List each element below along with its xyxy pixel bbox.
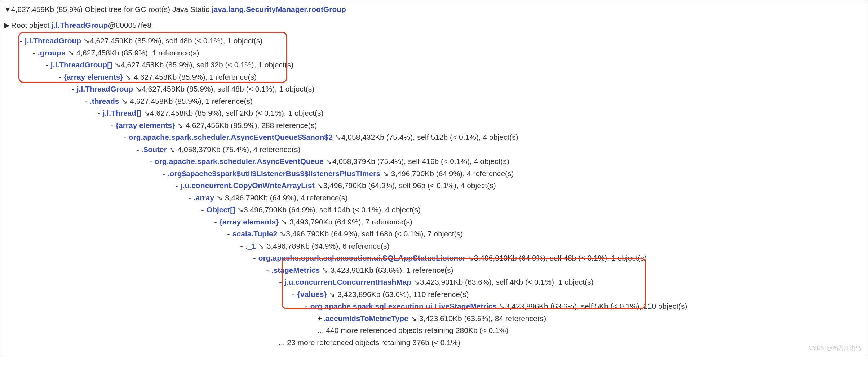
tree-row: - {array elements} ↘ 4,627,456Kb (85.9%)…: [4, 119, 864, 132]
field-link[interactable]: .array: [194, 193, 214, 202]
tree-row: - j.l.ThreadGroup ↘4,627,459Kb (85.9%), …: [4, 35, 864, 47]
tree-row: - scala.Tuple2 ↘3,496,790Kb (64.9%), sel…: [4, 228, 864, 240]
more-text: ... 23 more referenced objects retaining…: [279, 338, 460, 347]
root-object-link[interactable]: j.l.ThreadGroup: [52, 21, 108, 29]
class-link[interactable]: org.apache.spark.sql.execution.ui.SQLApp…: [258, 254, 465, 262]
tree-bullet: -: [162, 168, 165, 179]
stats-text: ↘4,627,458Kb (85.9%), self 2Kb (< 0.1%),…: [141, 109, 323, 117]
root-object-addr: @600057fe8: [108, 21, 151, 29]
watermark-text: CSDN @鸿乃江边鸟: [809, 344, 861, 352]
class-link[interactable]: org.apache.spark.scheduler.AsyncEventQue…: [129, 133, 333, 141]
stats-text: ↘ 3,496,790Kb (64.9%), 7 reference(s): [279, 218, 412, 226]
tree-bullet: -: [97, 107, 101, 119]
tree-row: - ._1 ↘ 3,496,789Kb (64.9%), 6 reference…: [4, 240, 864, 252]
stats-text: ↘4,627,458Kb (85.9%), self 48b (< 0.1%),…: [133, 85, 314, 93]
array-elements-link[interactable]: {array elements}: [116, 121, 175, 129]
tree-row: + .accumIdsToMetricType ↘ 3,423,610Kb (6…: [4, 312, 864, 325]
stats-text: ↘ 3,496,790Kb (64.9%), 4 reference(s): [380, 169, 514, 178]
stats-text: ↘3,496,790Kb (64.9%), self 168b (< 0.1%)…: [277, 230, 463, 238]
tree-bullet: -: [58, 71, 62, 83]
collapse-icon[interactable]: ▼: [4, 4, 9, 15]
stats-text: ↘3,423,901Kb (63.6%), self 4Kb (< 0.1%),…: [411, 278, 593, 286]
tree-more-row: ... 440 more referenced objects retainin…: [4, 324, 864, 337]
stats-text: ↘ 3,496,789Kb (64.9%), 6 reference(s): [256, 242, 390, 250]
stats-text: ↘ 4,627,458Kb (85.9%), 1 reference(s): [123, 73, 257, 81]
class-link[interactable]: scala.Tuple2: [232, 230, 278, 238]
tree-bullet: -: [71, 83, 75, 95]
stats-text: ↘4,058,432Kb (75.4%), self 512b (< 0.1%)…: [333, 133, 518, 141]
stats-text: ↘ 4,627,458Kb (85.9%), 1 reference(s): [66, 49, 199, 57]
stats-text: ↘3,423,896Kb (63.6%), self 5Kb (< 0.1%),…: [497, 302, 687, 310]
tree-row: - .$outer ↘ 4,058,379Kb (75.4%), 4 refer…: [4, 143, 864, 156]
tree-bullet: -: [279, 276, 282, 288]
class-link[interactable]: Object[]: [207, 205, 235, 214]
tree-row: - .org$apache$spark$util$ListenerBus$$li…: [4, 168, 864, 180]
tree-row: - .threads ↘ 4,627,458Kb (85.9%), 1 refe…: [4, 95, 864, 107]
expand-icon[interactable]: ▶: [4, 19, 9, 31]
field-link[interactable]: .threads: [90, 97, 119, 105]
tree-bullet: -: [266, 264, 269, 276]
root-object-row: ▶ Root object j.l.ThreadGroup@600057fe8: [4, 19, 864, 31]
tree-row: - .stageMetrics ↘ 3,423,901Kb (63.6%), 1…: [4, 264, 864, 276]
tree-bullet: -: [253, 252, 256, 264]
stats-text: ↘4,627,458Kb (85.9%), self 32b (< 0.1%),…: [112, 61, 293, 69]
tree-row: - {array elements} ↘ 4,627,458Kb (85.9%)…: [4, 71, 864, 83]
field-link[interactable]: .accumIdsToMetricType: [323, 314, 408, 322]
stats-text: ↘4,058,379Kb (75.4%), self 416b (< 0.1%)…: [324, 157, 509, 165]
field-link[interactable]: .org$apache$spark$util$ListenerBus$$list…: [168, 169, 380, 178]
tree-bullet: -: [188, 192, 191, 204]
field-link[interactable]: .stageMetrics: [271, 266, 320, 274]
stats-text: ↘ 3,423,901Kb (63.6%), 1 reference(s): [320, 266, 453, 274]
stats-text: ↘3,496,790Kb (64.9%), self 96b (< 0.1%),…: [315, 181, 496, 190]
class-link[interactable]: j.l.ThreadGroup: [77, 85, 133, 93]
stats-text: ↘ 3,496,790Kb (64.9%), 4 reference(s): [214, 193, 348, 202]
field-link[interactable]: ._1: [245, 242, 256, 250]
root-gc-link[interactable]: java.lang.SecurityManager.rootGroup: [211, 5, 346, 13]
tree-bullet: -: [227, 228, 230, 240]
stats-text: ↘ 3,423,896Kb (63.6%), 110 reference(s): [327, 290, 469, 298]
tree-bullet: -: [19, 35, 23, 46]
tree-bullet: -: [240, 240, 243, 252]
class-link[interactable]: j.u.concurrent.CopyOnWriteArrayList: [181, 181, 315, 190]
tree-bullet: -: [214, 216, 217, 228]
tree-bullet: -: [201, 204, 204, 215]
class-link[interactable]: j.l.ThreadGroup[]: [51, 61, 112, 69]
tree-bullet: -: [45, 59, 49, 71]
field-link[interactable]: .groups: [38, 49, 66, 57]
tree-row: - j.l.ThreadGroup ↘4,627,458Kb (85.9%), …: [4, 83, 864, 95]
tree-row: - org.apache.spark.sql.execution.ui.SQLA…: [4, 252, 864, 264]
tree-header-row: ▼ 4,627,459Kb (85.9%) Object tree for GC…: [4, 3, 864, 15]
class-link[interactable]: j.u.concurrent.ConcurrentHashMap: [284, 278, 411, 286]
class-link[interactable]: j.l.ThreadGroup: [25, 36, 81, 45]
tree-bullet: -: [136, 144, 140, 155]
tree-row: - j.u.concurrent.CopyOnWriteArrayList ↘3…: [4, 179, 864, 192]
stats-text: ↘4,627,459Kb (85.9%), self 48b (< 0.1%),…: [81, 36, 262, 45]
values-link[interactable]: {values}: [297, 290, 327, 298]
tree-bullet: -: [305, 300, 308, 312]
tree-row: - .array ↘ 3,496,790Kb (64.9%), 4 refere…: [4, 192, 864, 204]
tree-row: - org.apache.spark.scheduler.AsyncEventQ…: [4, 131, 864, 143]
field-link[interactable]: .$outer: [142, 145, 167, 153]
tree-expand-plus[interactable]: +: [318, 313, 321, 324]
header-text: 4,627,459Kb (85.9%) Object tree for GC r…: [11, 5, 212, 13]
tree-row: - {array elements} ↘ 3,496,790Kb (64.9%)…: [4, 216, 864, 228]
stats-text: ↘ 4,627,458Kb (85.9%), 1 reference(s): [119, 97, 253, 105]
class-link[interactable]: org.apache.spark.sql.execution.ui.LiveSt…: [310, 302, 497, 310]
tree-row: - j.u.concurrent.ConcurrentHashMap ↘3,42…: [4, 276, 864, 288]
class-link[interactable]: org.apache.spark.scheduler.AsyncEventQue…: [155, 157, 324, 165]
tree-more-row: ... 23 more referenced objects retaining…: [4, 337, 864, 349]
array-elements-link[interactable]: {array elements}: [64, 73, 123, 81]
tree-bullet: -: [175, 180, 178, 191]
tree-bullet: -: [123, 132, 127, 143]
stats-text: ↘ 4,627,456Kb (85.9%), 288 reference(s): [175, 121, 317, 129]
tree-row: - {values} ↘ 3,423,896Kb (63.6%), 110 re…: [4, 288, 864, 300]
stats-text: ↘3,496,010Kb (64.9%), self 48b (< 0.1%),…: [465, 254, 647, 262]
array-elements-link[interactable]: {array elements}: [220, 218, 279, 226]
memory-tree-panel: ▼ 4,627,459Kb (85.9%) Object tree for GC…: [0, 0, 868, 356]
tree-bullet: -: [32, 47, 36, 59]
stats-text: ↘ 4,058,379Kb (75.4%), 4 reference(s): [167, 145, 301, 153]
tree-row: - Object[] ↘3,496,790Kb (64.9%), self 10…: [4, 204, 864, 216]
tree-row: - j.l.Thread[] ↘4,627,458Kb (85.9%), sel…: [4, 107, 864, 119]
class-link[interactable]: j.l.Thread[]: [103, 109, 141, 117]
stats-text: ↘ 3,423,610Kb (63.6%), 84 reference(s): [408, 314, 546, 322]
